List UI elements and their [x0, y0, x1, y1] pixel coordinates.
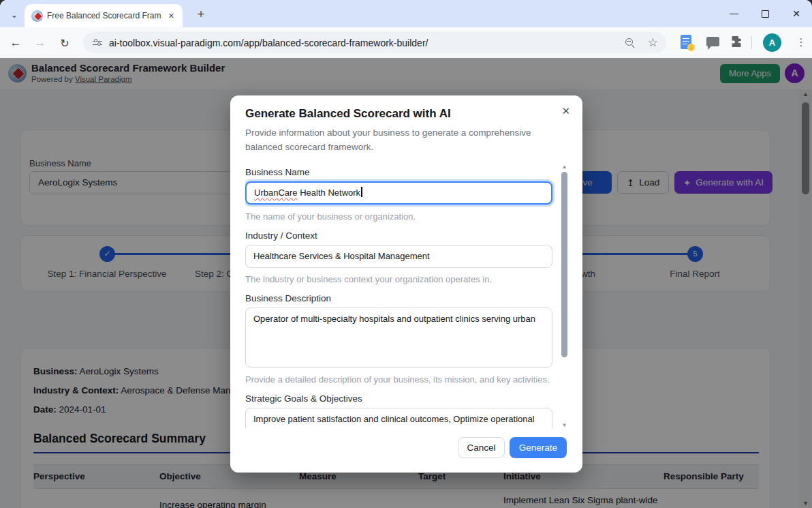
- reading-extension-icon[interactable]: ↓: [681, 35, 691, 49]
- browser-menu-button[interactable]: ⋮: [792, 33, 811, 52]
- modal-industry-input[interactable]: Healthcare Services & Hospital Managemen…: [245, 245, 552, 268]
- page-content: Balanced Scorecard Framework Builder Pow…: [0, 58, 812, 508]
- minimize-button[interactable]: [718, 0, 749, 27]
- browser-titlebar: ⌄ Free Balanced Scorecard Framew ✕ + ✕: [0, 0, 812, 27]
- browser-profile-avatar[interactable]: A: [763, 33, 781, 52]
- window-controls: ✕: [718, 0, 812, 27]
- tab-search-button[interactable]: ⌄: [5, 5, 23, 23]
- maximize-icon: [762, 10, 769, 18]
- bookmark-star-icon[interactable]: ☆: [648, 37, 658, 48]
- extensions-puzzle-icon[interactable]: [730, 35, 743, 51]
- modal-goals-label: Strategic Goals & Objectives: [245, 393, 362, 404]
- back-button[interactable]: ←: [5, 33, 26, 53]
- chat-icon[interactable]: [706, 37, 719, 46]
- minimize-icon: [730, 14, 738, 14]
- site-settings-icon[interactable]: [93, 38, 102, 48]
- close-window-button[interactable]: ✕: [781, 0, 812, 27]
- dialog-close-icon[interactable]: ✕: [559, 102, 573, 120]
- browser-tab[interactable]: Free Balanced Scorecard Framew ✕: [25, 4, 183, 27]
- modal-description-textarea[interactable]: Operator of multi-specialty hospitals an…: [245, 308, 552, 368]
- close-icon: ✕: [792, 8, 800, 19]
- forward-button[interactable]: →: [30, 33, 50, 53]
- site-favicon-icon: [31, 10, 43, 22]
- back-arrow-icon: ←: [10, 36, 22, 50]
- generate-ai-dialog: ✕ Generate Balanced Scorecard with AI Pr…: [230, 95, 582, 473]
- modal-description-label: Business Description: [245, 293, 331, 303]
- chevron-down-icon: ⌄: [11, 10, 18, 20]
- modal-industry-help: The industry or business context your or…: [245, 274, 492, 284]
- tab-close-icon[interactable]: ✕: [166, 10, 177, 22]
- download-badge-icon: ↓: [687, 44, 695, 51]
- browser-toolbar: ← → ↻ ai-toolbox.visual-paradigm.com/app…: [0, 27, 812, 58]
- zoom-out-icon[interactable]: [625, 38, 636, 48]
- maximize-button[interactable]: [749, 0, 781, 27]
- cancel-button[interactable]: Cancel: [458, 437, 505, 458]
- tab-title: Free Balanced Scorecard Framew: [47, 11, 161, 20]
- address-bar[interactable]: ai-toolbox.visual-paradigm.com/app/balan…: [83, 32, 666, 53]
- toolbar-divider: [751, 36, 752, 49]
- plus-icon: +: [198, 8, 205, 22]
- browser-window: ⌄ Free Balanced Scorecard Framew ✕ + ✕ ←…: [0, 0, 812, 508]
- modal-business-name-help: The name of your business or organizatio…: [245, 211, 416, 222]
- reload-icon: ↻: [60, 37, 69, 50]
- text-cursor: [361, 187, 362, 197]
- dialog-scrollbar-thumb[interactable]: [561, 172, 567, 357]
- modal-description-help: Provide a detailed description of your b…: [245, 374, 550, 385]
- forward-arrow-icon: →: [35, 36, 46, 50]
- dialog-form-viewport: Business Name UrbanCare Health Network T…: [245, 164, 557, 428]
- generate-button[interactable]: Generate: [510, 437, 567, 458]
- reload-button[interactable]: ↻: [54, 33, 75, 53]
- dialog-subtitle: Provide information about your business …: [245, 126, 568, 155]
- dialog-scroll-down-icon[interactable]: ▼: [560, 422, 569, 428]
- modal-industry-label: Industry / Context: [245, 230, 317, 241]
- dialog-scrollbar[interactable]: ▲ ▼: [560, 164, 569, 428]
- modal-business-name-input[interactable]: UrbanCare Health Network: [245, 181, 552, 205]
- dialog-scroll-up-icon[interactable]: ▲: [560, 164, 569, 170]
- new-tab-button[interactable]: +: [193, 6, 209, 23]
- modal-goals-textarea[interactable]: Improve patient satisfaction and clinica…: [245, 408, 552, 428]
- modal-business-name-label: Business Name: [245, 167, 310, 177]
- url-text[interactable]: ai-toolbox.visual-paradigm.com/app/balan…: [109, 38, 625, 48]
- dialog-title: Generate Balanced Scorecard with AI: [245, 107, 451, 121]
